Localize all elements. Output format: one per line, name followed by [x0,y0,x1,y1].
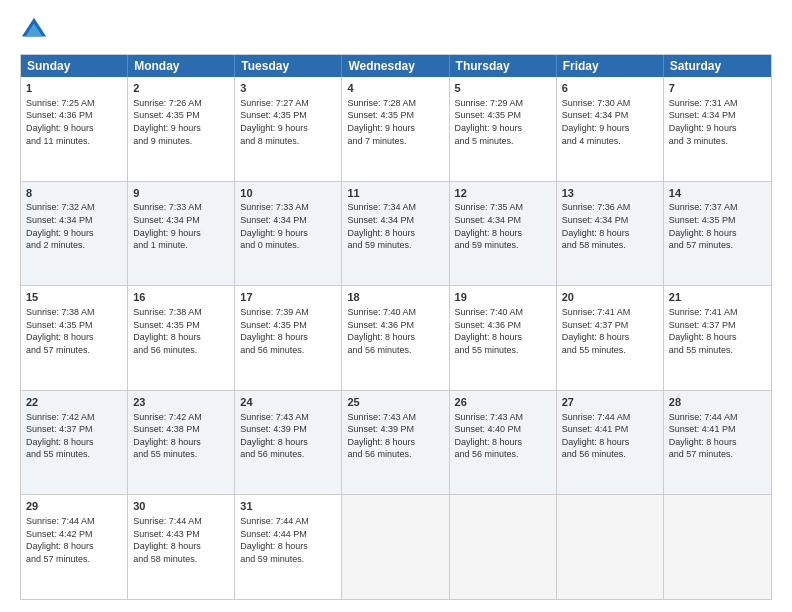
day-info: Sunrise: 7:43 AMSunset: 4:40 PMDaylight:… [455,411,551,461]
day-number: 31 [240,499,336,514]
calendar-week-4: 22Sunrise: 7:42 AMSunset: 4:37 PMDayligh… [21,391,771,496]
day-cell-3: 3Sunrise: 7:27 AMSunset: 4:35 PMDaylight… [235,77,342,181]
day-cell-16: 16Sunrise: 7:38 AMSunset: 4:35 PMDayligh… [128,286,235,390]
day-cell-23: 23Sunrise: 7:42 AMSunset: 4:38 PMDayligh… [128,391,235,495]
day-info: Sunrise: 7:44 AMSunset: 4:41 PMDaylight:… [669,411,766,461]
day-cell-31: 31Sunrise: 7:44 AMSunset: 4:44 PMDayligh… [235,495,342,599]
calendar-week-3: 15Sunrise: 7:38 AMSunset: 4:35 PMDayligh… [21,286,771,391]
day-info: Sunrise: 7:40 AMSunset: 4:36 PMDaylight:… [455,306,551,356]
day-info: Sunrise: 7:35 AMSunset: 4:34 PMDaylight:… [455,201,551,251]
day-number: 29 [26,499,122,514]
day-info: Sunrise: 7:37 AMSunset: 4:35 PMDaylight:… [669,201,766,251]
day-cell-5: 5Sunrise: 7:29 AMSunset: 4:35 PMDaylight… [450,77,557,181]
day-number: 4 [347,81,443,96]
day-info: Sunrise: 7:38 AMSunset: 4:35 PMDaylight:… [26,306,122,356]
day-number: 25 [347,395,443,410]
day-number: 9 [133,186,229,201]
day-number: 30 [133,499,229,514]
day-cell-22: 22Sunrise: 7:42 AMSunset: 4:37 PMDayligh… [21,391,128,495]
day-number: 11 [347,186,443,201]
day-number: 24 [240,395,336,410]
day-cell-1: 1Sunrise: 7:25 AMSunset: 4:36 PMDaylight… [21,77,128,181]
day-cell-15: 15Sunrise: 7:38 AMSunset: 4:35 PMDayligh… [21,286,128,390]
logo [20,16,52,44]
logo-icon [20,16,48,44]
calendar-body: 1Sunrise: 7:25 AMSunset: 4:36 PMDaylight… [21,77,771,599]
page: SundayMondayTuesdayWednesdayThursdayFrid… [0,0,792,612]
day-info: Sunrise: 7:44 AMSunset: 4:41 PMDaylight:… [562,411,658,461]
day-number: 19 [455,290,551,305]
day-info: Sunrise: 7:44 AMSunset: 4:42 PMDaylight:… [26,515,122,565]
day-cell-25: 25Sunrise: 7:43 AMSunset: 4:39 PMDayligh… [342,391,449,495]
day-number: 10 [240,186,336,201]
day-info: Sunrise: 7:42 AMSunset: 4:37 PMDaylight:… [26,411,122,461]
day-number: 15 [26,290,122,305]
day-info: Sunrise: 7:25 AMSunset: 4:36 PMDaylight:… [26,97,122,147]
day-number: 20 [562,290,658,305]
calendar-week-5: 29Sunrise: 7:44 AMSunset: 4:42 PMDayligh… [21,495,771,599]
header-cell-tuesday: Tuesday [235,55,342,77]
day-info: Sunrise: 7:44 AMSunset: 4:43 PMDaylight:… [133,515,229,565]
day-info: Sunrise: 7:28 AMSunset: 4:35 PMDaylight:… [347,97,443,147]
day-number: 3 [240,81,336,96]
empty-cell [450,495,557,599]
day-number: 5 [455,81,551,96]
day-cell-27: 27Sunrise: 7:44 AMSunset: 4:41 PMDayligh… [557,391,664,495]
header-cell-thursday: Thursday [450,55,557,77]
day-info: Sunrise: 7:43 AMSunset: 4:39 PMDaylight:… [240,411,336,461]
day-info: Sunrise: 7:44 AMSunset: 4:44 PMDaylight:… [240,515,336,565]
day-number: 7 [669,81,766,96]
day-cell-14: 14Sunrise: 7:37 AMSunset: 4:35 PMDayligh… [664,182,771,286]
day-cell-6: 6Sunrise: 7:30 AMSunset: 4:34 PMDaylight… [557,77,664,181]
day-cell-26: 26Sunrise: 7:43 AMSunset: 4:40 PMDayligh… [450,391,557,495]
day-info: Sunrise: 7:26 AMSunset: 4:35 PMDaylight:… [133,97,229,147]
day-number: 13 [562,186,658,201]
day-number: 27 [562,395,658,410]
day-cell-24: 24Sunrise: 7:43 AMSunset: 4:39 PMDayligh… [235,391,342,495]
day-number: 21 [669,290,766,305]
day-cell-13: 13Sunrise: 7:36 AMSunset: 4:34 PMDayligh… [557,182,664,286]
day-info: Sunrise: 7:32 AMSunset: 4:34 PMDaylight:… [26,201,122,251]
day-info: Sunrise: 7:33 AMSunset: 4:34 PMDaylight:… [133,201,229,251]
day-cell-12: 12Sunrise: 7:35 AMSunset: 4:34 PMDayligh… [450,182,557,286]
header-cell-wednesday: Wednesday [342,55,449,77]
day-cell-7: 7Sunrise: 7:31 AMSunset: 4:34 PMDaylight… [664,77,771,181]
day-number: 26 [455,395,551,410]
day-info: Sunrise: 7:41 AMSunset: 4:37 PMDaylight:… [669,306,766,356]
day-cell-19: 19Sunrise: 7:40 AMSunset: 4:36 PMDayligh… [450,286,557,390]
empty-cell [342,495,449,599]
day-number: 23 [133,395,229,410]
day-info: Sunrise: 7:36 AMSunset: 4:34 PMDaylight:… [562,201,658,251]
day-cell-4: 4Sunrise: 7:28 AMSunset: 4:35 PMDaylight… [342,77,449,181]
day-info: Sunrise: 7:30 AMSunset: 4:34 PMDaylight:… [562,97,658,147]
day-cell-30: 30Sunrise: 7:44 AMSunset: 4:43 PMDayligh… [128,495,235,599]
day-number: 8 [26,186,122,201]
day-number: 28 [669,395,766,410]
day-info: Sunrise: 7:43 AMSunset: 4:39 PMDaylight:… [347,411,443,461]
header [20,16,772,44]
day-number: 2 [133,81,229,96]
day-cell-17: 17Sunrise: 7:39 AMSunset: 4:35 PMDayligh… [235,286,342,390]
calendar: SundayMondayTuesdayWednesdayThursdayFrid… [20,54,772,600]
day-number: 17 [240,290,336,305]
day-info: Sunrise: 7:34 AMSunset: 4:34 PMDaylight:… [347,201,443,251]
header-cell-sunday: Sunday [21,55,128,77]
day-cell-9: 9Sunrise: 7:33 AMSunset: 4:34 PMDaylight… [128,182,235,286]
header-cell-friday: Friday [557,55,664,77]
day-cell-10: 10Sunrise: 7:33 AMSunset: 4:34 PMDayligh… [235,182,342,286]
empty-cell [664,495,771,599]
day-info: Sunrise: 7:41 AMSunset: 4:37 PMDaylight:… [562,306,658,356]
day-number: 16 [133,290,229,305]
day-info: Sunrise: 7:27 AMSunset: 4:35 PMDaylight:… [240,97,336,147]
day-cell-20: 20Sunrise: 7:41 AMSunset: 4:37 PMDayligh… [557,286,664,390]
day-info: Sunrise: 7:33 AMSunset: 4:34 PMDaylight:… [240,201,336,251]
day-cell-29: 29Sunrise: 7:44 AMSunset: 4:42 PMDayligh… [21,495,128,599]
day-number: 22 [26,395,122,410]
day-cell-11: 11Sunrise: 7:34 AMSunset: 4:34 PMDayligh… [342,182,449,286]
calendar-week-2: 8Sunrise: 7:32 AMSunset: 4:34 PMDaylight… [21,182,771,287]
day-number: 14 [669,186,766,201]
day-number: 12 [455,186,551,201]
calendar-week-1: 1Sunrise: 7:25 AMSunset: 4:36 PMDaylight… [21,77,771,182]
header-cell-saturday: Saturday [664,55,771,77]
day-info: Sunrise: 7:31 AMSunset: 4:34 PMDaylight:… [669,97,766,147]
